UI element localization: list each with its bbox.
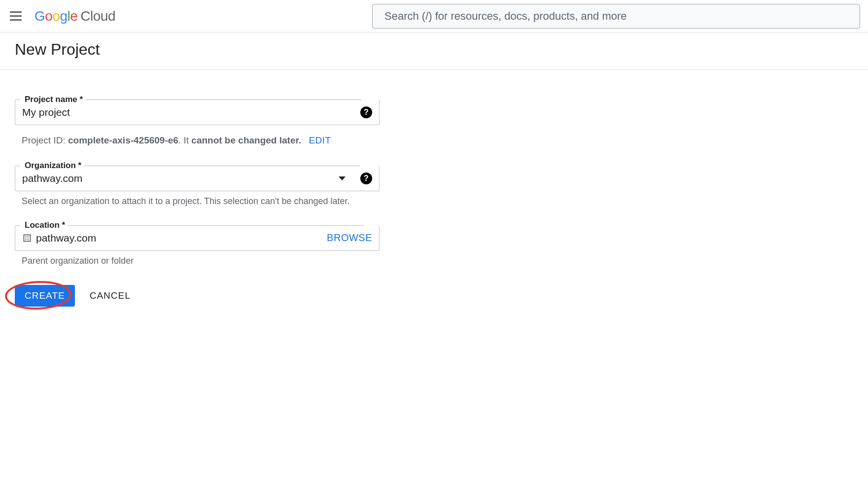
- location-wrapper: pathway.com BROWSE: [15, 225, 380, 251]
- create-button[interactable]: CREATE: [15, 285, 75, 307]
- hamburger-menu-icon[interactable]: [8, 8, 24, 24]
- help-icon[interactable]: ?: [360, 106, 372, 118]
- button-row: CREATE CANCEL: [15, 285, 380, 307]
- project-name-field: Project name * ?: [15, 100, 380, 125]
- building-icon: [22, 233, 32, 243]
- organization-value: pathway.com: [22, 173, 339, 184]
- logo[interactable]: GoogleCloud: [35, 8, 115, 24]
- location-label: Location *: [22, 220, 68, 230]
- project-name-label: Project name *: [22, 95, 86, 105]
- browse-button[interactable]: BROWSE: [327, 232, 372, 244]
- edit-project-id-button[interactable]: EDIT: [309, 135, 331, 145]
- location-value: pathway.com: [36, 232, 327, 244]
- location-field: Location * pathway.com BROWSE: [15, 225, 380, 251]
- project-id-prefix: Project ID:: [22, 135, 68, 145]
- project-id-suffix2: cannot be changed later.: [191, 135, 301, 145]
- project-id-suffix1: . It: [178, 135, 191, 145]
- subheader: New Project: [0, 33, 868, 70]
- help-icon[interactable]: ?: [360, 173, 372, 184]
- organization-helper: Select an organization to attach it to a…: [15, 196, 380, 207]
- project-name-input[interactable]: [22, 106, 360, 118]
- page-title: New Project: [15, 40, 853, 59]
- search-input[interactable]: [372, 4, 860, 29]
- organization-field: Organization * pathway.com ?: [15, 166, 380, 191]
- project-id-value: complete-axis-425609-e6: [68, 135, 178, 145]
- search-container: [372, 4, 860, 29]
- form-container: Project name * ? Project ID: complete-ax…: [0, 70, 394, 336]
- project-id-text: Project ID: complete-axis-425609-e6. It …: [15, 135, 380, 146]
- header: GoogleCloud: [0, 0, 868, 33]
- cancel-button[interactable]: CANCEL: [90, 290, 131, 301]
- location-helper: Parent organization or folder: [15, 256, 380, 266]
- chevron-down-icon: [339, 176, 346, 180]
- organization-label: Organization *: [22, 161, 84, 171]
